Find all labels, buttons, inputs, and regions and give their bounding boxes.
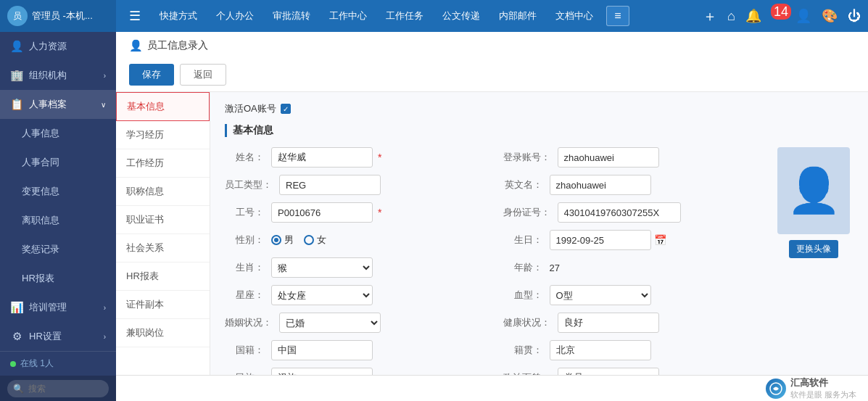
marital-select[interactable]: 已婚 <box>279 313 381 333</box>
sidebar-label-personnel: 人事档案 <box>29 98 67 111</box>
field-login: 登录账号： <box>503 147 760 168</box>
sidebar-item-resign[interactable]: 离职信息 <box>0 206 116 235</box>
bell-icon[interactable]: 🔔 14 <box>745 8 785 24</box>
id-card-label: 身份证号： <box>503 206 555 219</box>
notification-badge: 14 <box>771 4 791 20</box>
emp-type-input[interactable] <box>279 175 381 195</box>
photo-placeholder: 👤 <box>787 169 841 212</box>
birthday-calendar-icon[interactable]: 📅 <box>654 234 666 246</box>
user-info[interactable]: 员 管理员 -本机... <box>0 0 116 32</box>
sidebar-label-report: HR报表 <box>22 272 54 285</box>
logo-text-area: 汇高软件 软件是眼 服务为本 <box>790 376 856 400</box>
training-icon: 📊 <box>10 301 23 314</box>
sidebar-item-org[interactable]: 🏢 组织机构 › <box>0 61 116 90</box>
sidebar-item-training[interactable]: 📊 培训管理 › <box>0 293 116 322</box>
change-photo-button[interactable]: 更换头像 <box>789 240 838 258</box>
nav-more-button[interactable]: ≡ <box>606 6 629 26</box>
sub-menu-work[interactable]: 工作经历 <box>116 149 210 178</box>
sidebar-label-hr: 人力资源 <box>29 40 67 53</box>
blood-select[interactable]: O型 <box>550 285 651 305</box>
nationality-input[interactable] <box>271 340 373 360</box>
zodiac-label: 生肖： <box>225 261 268 274</box>
sub-menu-cert[interactable]: 职业证书 <box>116 206 210 234</box>
sub-menu-social[interactable]: 社会关系 <box>116 234 210 262</box>
radio-female-label: 女 <box>317 233 326 247</box>
sidebar-label-org: 组织机构 <box>29 69 67 82</box>
sidebar-item-contract[interactable]: 人事合同 <box>0 148 116 177</box>
training-arrow: › <box>104 304 106 312</box>
radio-female-circle <box>304 235 314 245</box>
ethnicity-input[interactable] <box>271 368 373 375</box>
birthday-input[interactable] <box>550 230 651 250</box>
sidebar-item-personnel[interactable]: 📋 人事档案 ∨ <box>0 90 116 119</box>
sub-menu-part-time[interactable]: 兼职岗位 <box>116 319 210 347</box>
sidebar-label-award: 奖惩记录 <box>22 243 59 256</box>
native-input[interactable] <box>550 340 651 360</box>
nav-work-center[interactable]: 工作中心 <box>321 0 376 32</box>
oa-checkbox[interactable]: ✓ <box>281 104 291 114</box>
section-title: 基本信息 <box>225 124 853 137</box>
sidebar-item-hr[interactable]: 👤 人力资源 <box>0 32 116 61</box>
back-button[interactable]: 返回 <box>180 64 226 86</box>
nav-approval[interactable]: 审批流转 <box>264 0 319 32</box>
form-content: 激活OA账号 ✓ 基本信息 姓名： * <box>210 92 868 375</box>
emp-type-label: 员工类型： <box>225 178 276 191</box>
nav-shortcut[interactable]: 快捷方式 <box>151 0 206 32</box>
radio-male[interactable]: 男 <box>271 233 294 247</box>
eng-name-input[interactable] <box>550 175 651 195</box>
name-input[interactable] <box>271 147 373 168</box>
photo-area: 👤 更换头像 <box>774 147 853 375</box>
search-input[interactable] <box>28 384 101 394</box>
sidebar-item-info[interactable]: 人事信息 <box>0 119 116 148</box>
sub-menu-title[interactable]: 职称信息 <box>116 178 210 206</box>
login-label: 登录账号： <box>503 151 555 164</box>
top-nav: 员 管理员 -本机... ☰ 快捷方式 个人办公 审批流转 工作中心 工作任务 … <box>0 0 868 32</box>
sidebar-item-report[interactable]: HR报表 <box>0 264 116 293</box>
sidebar-item-change[interactable]: 变更信息 <box>0 177 116 206</box>
nav-document[interactable]: 公文传递 <box>434 0 489 32</box>
health-label: 健康状况： <box>503 316 555 329</box>
id-card-input[interactable] <box>558 202 681 223</box>
sidebar-item-award[interactable]: 奖惩记录 <box>0 235 116 264</box>
political-input[interactable] <box>558 368 659 375</box>
nav-mail[interactable]: 内部邮件 <box>490 0 545 32</box>
theme-icon[interactable]: 🎨 <box>822 8 838 24</box>
login-input[interactable] <box>558 147 659 168</box>
personnel-icon: 📋 <box>10 98 23 111</box>
age-value: 27 <box>550 262 560 273</box>
add-icon[interactable]: ＋ <box>703 7 717 26</box>
sub-menu-hr-report[interactable]: HR报表 <box>116 262 210 291</box>
user-icon[interactable]: 👤 <box>795 8 811 24</box>
oa-label: 激活OA账号 <box>225 102 276 115</box>
settings-arrow: › <box>104 333 106 341</box>
health-input[interactable] <box>558 313 659 333</box>
form-row-workno: 工号： * 身份证号： <box>225 202 759 223</box>
nav-work-task[interactable]: 工作任务 <box>377 0 432 32</box>
star-select[interactable]: 处女座 <box>271 285 373 305</box>
form-row-type: 员工类型： 英文名： <box>225 175 759 195</box>
save-button[interactable]: 保存 <box>129 64 174 86</box>
zodiac-select[interactable]: 猴 <box>271 257 373 278</box>
main-area: 👤 人力资源 🏢 组织机构 › 📋 人事档案 ∨ 人事信息 人事合同 变更信息 … <box>0 32 868 401</box>
nav-doc-center[interactable]: 文档中心 <box>547 0 602 32</box>
workno-required: * <box>378 207 381 218</box>
radio-female[interactable]: 女 <box>304 233 326 247</box>
home-icon[interactable]: ⌂ <box>727 9 735 24</box>
sub-menu-education[interactable]: 学习经历 <box>116 121 210 149</box>
sub-menu-basic[interactable]: 基本信息 <box>116 92 210 121</box>
field-native: 籍贯： <box>503 340 760 360</box>
sidebar-item-settings[interactable]: ⚙ HR设置 › <box>0 322 116 351</box>
search-icon: 🔍 <box>13 384 24 394</box>
power-icon[interactable]: ⏻ <box>848 9 861 24</box>
work-no-input[interactable] <box>271 202 373 223</box>
hr-icon: 👤 <box>10 40 23 53</box>
field-blood: 血型： O型 <box>503 285 760 305</box>
nav-personal[interactable]: 个人办公 <box>207 0 263 32</box>
field-zodiac: 生肖： 猴 <box>225 257 481 278</box>
field-eng-name: 英文名： <box>503 175 760 195</box>
org-icon: 🏢 <box>10 69 23 82</box>
menu-toggle-icon[interactable]: ☰ <box>120 8 149 24</box>
form-row-gender: 性别： 男 女 <box>225 230 759 250</box>
sub-menu-id-copy[interactable]: 证件副本 <box>116 291 210 319</box>
name-required: * <box>378 152 381 163</box>
